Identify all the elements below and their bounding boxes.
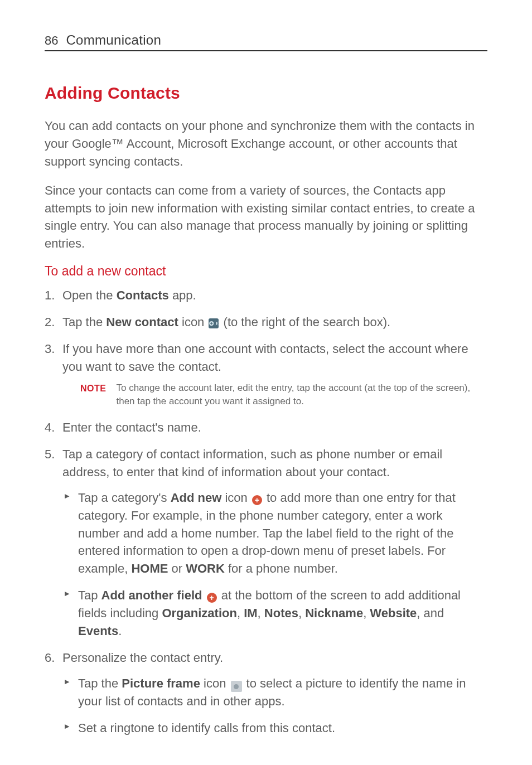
step-1-text-b: app. [169, 288, 196, 302]
step-5-bullet-1: Tap a category's Add new icon + to add m… [62, 489, 487, 578]
s5b2-d: , [237, 606, 244, 620]
s5b2-events: Events [78, 624, 118, 638]
section-title: Communication [66, 32, 161, 48]
s5b2-e: , [258, 606, 264, 620]
s5b2-i: . [118, 624, 122, 638]
s5b2-web: Website [370, 606, 417, 620]
s5b2-b [202, 588, 205, 602]
step-6: Personalize the contact entry. Tap the P… [45, 649, 487, 737]
step-6-bullets: Tap the Picture frame icon to select a p… [62, 675, 487, 737]
step-2-label: New contact [106, 315, 178, 329]
note-text: To change the account later, edit the en… [116, 381, 487, 409]
step-6-bullet-2: Set a ringtone to identify calls from th… [62, 719, 487, 737]
s5b1-b: icon [221, 491, 251, 505]
s5b2-notes: Notes [264, 606, 298, 620]
step-2-text-b: icon [178, 315, 208, 329]
s5b1-home: HOME [131, 561, 168, 575]
s5b2-org: Organization [162, 606, 236, 620]
add-another-field-icon: + [207, 593, 217, 603]
s6b1-pic: Picture frame [122, 676, 200, 690]
intro-paragraph-1: You can add contacts on your phone and s… [45, 117, 487, 171]
steps-list: Open the Contacts app. Tap the New conta… [45, 287, 487, 737]
step-3: If you have more than one account with c… [45, 340, 487, 409]
step-2-text-c: (to the right of the search box). [220, 315, 390, 329]
s6b2: Set a ringtone to identify calls from th… [78, 721, 335, 735]
step-5-bullet-2: Tap Add another field + at the bottom of… [62, 587, 487, 640]
s5b2-a: Tap [78, 588, 101, 602]
step-6-bullet-1: Tap the Picture frame icon to select a p… [62, 675, 487, 710]
s5b1-d: or [168, 561, 186, 575]
step-5-text: Tap a category of contact information, s… [62, 447, 442, 479]
add-new-icon: + [252, 495, 262, 505]
s5b2-im: IM [244, 606, 257, 620]
svg-rect-2 [210, 323, 213, 324]
step-5: Tap a category of contact information, s… [45, 446, 487, 640]
note-label: NOTE [80, 381, 106, 395]
sub-heading: To add a new contact [45, 264, 487, 279]
s5b1-addnew: Add new [171, 491, 222, 505]
page-header: 86 Communication [45, 32, 487, 51]
step-1-text-a: Open the [62, 288, 117, 302]
picture-frame-icon [231, 681, 242, 692]
step-5-bullets: Tap a category's Add new icon + to add m… [62, 489, 487, 640]
new-contact-icon [209, 318, 219, 328]
main-heading: Adding Contacts [45, 84, 487, 103]
page-number: 86 [45, 33, 58, 48]
intro-paragraph-2: Since your contacts can come from a vari… [45, 182, 487, 253]
step-3-text: If you have more than one account with c… [62, 342, 468, 374]
s6b1-b: icon [200, 676, 230, 690]
s5b2-addfield: Add another field [101, 588, 202, 602]
step-1: Open the Contacts app. [45, 287, 487, 304]
step-4: Enter the contact's name. [45, 419, 487, 437]
s5b2-nick: Nickname [305, 606, 363, 620]
s5b2-f: , [298, 606, 305, 620]
step-4-text: Enter the contact's name. [62, 420, 201, 434]
step-1-app-name: Contacts [117, 288, 169, 302]
s5b1-work: WORK [186, 561, 225, 575]
note-row: NOTE To change the account later, edit t… [62, 381, 487, 409]
step-6-text: Personalize the contact entry. [62, 651, 223, 665]
s5b1-e: for a phone number. [225, 561, 338, 575]
step-2: Tap the New contact icon (to the right o… [45, 313, 487, 331]
step-2-text-a: Tap the [62, 315, 106, 329]
s6b1-a: Tap the [78, 676, 122, 690]
s5b2-h: , and [417, 606, 444, 620]
s5b1-a: Tap a category's [78, 491, 171, 505]
s5b2-g: , [363, 606, 370, 620]
